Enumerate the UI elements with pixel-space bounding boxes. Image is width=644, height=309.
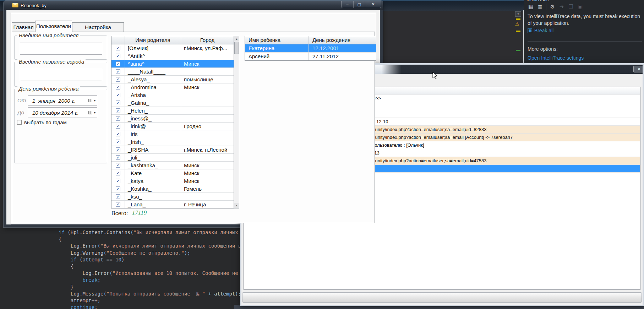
minimize-button[interactable]: – bbox=[342, 1, 353, 8]
warning-triangle-icon: ⚠ bbox=[515, 21, 519, 27]
parent-name-cell: _Arisha_ bbox=[125, 91, 181, 99]
row-checkbox[interactable]: ✔ bbox=[116, 101, 120, 105]
user-row[interactable]: ✔^AntIk^ bbox=[111, 52, 234, 60]
row-checkbox[interactable]: ✔ bbox=[116, 140, 120, 144]
user-row[interactable]: ✔_irink@_Гродно bbox=[111, 123, 234, 130]
user-row[interactable]: ✔_iris_ bbox=[111, 130, 234, 138]
user-row[interactable]: ✔____NatalI____ bbox=[111, 68, 234, 76]
gear-icon[interactable]: ⚙ bbox=[548, 4, 557, 10]
city-input[interactable] bbox=[20, 69, 102, 81]
column-header-parent-name[interactable]: Имя родителя bbox=[125, 36, 181, 44]
maximize-button[interactable]: ▢ bbox=[353, 1, 365, 8]
rebenok-titlebar[interactable]: Rebenok_by – ▢ ✕ bbox=[4, 1, 383, 10]
open-intellitrace-settings-link[interactable]: Open IntelliTrace settings bbox=[528, 55, 584, 61]
user-row[interactable]: ✔_iness@_ bbox=[111, 115, 234, 123]
row-checkbox-cell: ✔ bbox=[111, 185, 125, 193]
row-checkbox[interactable]: ✔ bbox=[116, 147, 120, 152]
tab-polzovateli[interactable]: Пользователи bbox=[35, 21, 72, 32]
collapse-indicator-icon[interactable]: ▾ bbox=[515, 11, 521, 17]
city-cell bbox=[181, 91, 234, 99]
user-row[interactable]: ✔_KateМинск bbox=[111, 169, 234, 177]
user-row[interactable]: ✔_Koshka_Гомель bbox=[111, 185, 234, 193]
column-header-city[interactable]: Город bbox=[181, 36, 234, 44]
user-row[interactable]: ✔_Lana_г. Речица bbox=[111, 201, 234, 208]
close-button[interactable]: ✕ bbox=[365, 1, 381, 8]
row-checkbox-cell: ✔ bbox=[111, 193, 125, 200]
users-table-scrollbar[interactable]: ▲ ▼ bbox=[234, 36, 239, 208]
row-checkbox[interactable]: ✔ bbox=[116, 93, 120, 97]
row-checkbox[interactable]: ✔ bbox=[116, 186, 120, 191]
calls-list-icon[interactable]: ≣ bbox=[535, 4, 545, 10]
parent-name-cell: _juli_ bbox=[125, 154, 181, 161]
row-checkbox[interactable]: ✔ bbox=[116, 202, 120, 207]
users-tab-page: Введите имя родителя Введите название го… bbox=[12, 32, 375, 223]
code-line: if (Hpl.Content.Contains("Вы исчерпали л… bbox=[59, 229, 240, 236]
tab-glavnaya[interactable]: Главная bbox=[12, 22, 35, 32]
child-row[interactable]: Арсений27.11.2012 bbox=[245, 53, 376, 61]
row-checkbox[interactable]: ✔ bbox=[116, 61, 120, 66]
mail-close-button[interactable]: ✕ bbox=[633, 66, 643, 72]
row-checkbox[interactable]: ✔ bbox=[116, 132, 120, 136]
row-checkbox[interactable]: ✔ bbox=[116, 116, 120, 121]
row-checkbox[interactable]: ✔ bbox=[116, 194, 120, 199]
parent-name-input[interactable] bbox=[20, 43, 102, 55]
column-header-child-name[interactable]: Имя ребенка bbox=[245, 36, 309, 44]
birthday-cell: 27.11.2012 bbox=[309, 53, 376, 60]
break-all-link[interactable]: Break all bbox=[528, 28, 553, 33]
row-checkbox-cell: ✔ bbox=[111, 130, 125, 138]
user-row[interactable]: ✔_Helen_ bbox=[111, 107, 234, 115]
scroll-up-button[interactable]: ▲ bbox=[234, 36, 239, 42]
row-checkbox[interactable]: ✔ bbox=[116, 171, 120, 175]
user-row[interactable]: ✔_ksu_ bbox=[111, 193, 234, 201]
caption-buttons: – ▢ ✕ bbox=[341, 1, 381, 8]
child-row[interactable]: Екатерина12.12.2001 bbox=[245, 44, 376, 53]
user-row[interactable]: ✔_Galina_ bbox=[111, 99, 234, 107]
code-line: { bbox=[59, 263, 240, 270]
user-row[interactable]: ✔_Andromina_Минск bbox=[111, 83, 234, 91]
date-to-picker[interactable]: 10 декабря 2014 г. ▼ bbox=[28, 107, 97, 118]
parent-name-cell: _iness@_ bbox=[125, 115, 181, 122]
row-checkbox[interactable]: ✔ bbox=[116, 163, 120, 168]
city-cell: г. Речица bbox=[181, 201, 234, 208]
scrollbar-thumb[interactable] bbox=[234, 42, 239, 54]
tab-nastroyka-rassylki[interactable]: Настройка рассылки bbox=[72, 22, 124, 32]
user-row[interactable]: ✔[Ольчик]г.Минск, ул.Раф... bbox=[111, 44, 234, 52]
user-row[interactable]: ✔_Irish_ bbox=[111, 138, 234, 146]
user-row[interactable]: ✔_IRISHAг.Минск, п.Лесной bbox=[111, 146, 234, 154]
editor-scrollbar-annotations[interactable]: ▾ ⚠ bbox=[514, 11, 523, 64]
parent-name-cell: ____NatalI____ bbox=[125, 68, 181, 75]
by-years-checkbox[interactable] bbox=[17, 120, 22, 125]
row-checkbox[interactable]: ✔ bbox=[116, 85, 120, 90]
events-table-icon[interactable]: ▦ bbox=[526, 4, 535, 10]
row-checkbox[interactable]: ✔ bbox=[116, 69, 120, 74]
row-checkbox[interactable]: ✔ bbox=[116, 124, 120, 129]
user-row[interactable]: ✔_Arisha_ bbox=[111, 91, 234, 99]
code-editor[interactable]: if (Hpl.Content.Contains("Вы исчерпали л… bbox=[0, 227, 240, 309]
user-row[interactable]: ✔^tiana^Минск bbox=[111, 60, 234, 68]
calendar-dropdown-icon[interactable]: ▼ bbox=[88, 111, 97, 114]
row-checkbox-cell: ✔ bbox=[111, 138, 125, 146]
row-checkbox[interactable]: ✔ bbox=[116, 108, 120, 113]
separator-line bbox=[528, 41, 642, 42]
row-checkbox[interactable]: ✔ bbox=[116, 179, 120, 183]
scroll-down-button[interactable]: ▼ bbox=[234, 203, 239, 208]
row-checkbox-cell: ✔ bbox=[111, 52, 125, 60]
user-row[interactable]: ✔_katyaМинск bbox=[111, 177, 234, 185]
row-checkbox[interactable]: ✔ bbox=[116, 77, 120, 82]
row-checkbox[interactable]: ✔ bbox=[116, 155, 120, 160]
user-row[interactable]: ✔_juli_ bbox=[111, 154, 234, 162]
code-line: Log.Error("Использованы все 10 попыток. … bbox=[59, 270, 240, 277]
rebenok-content-panel: Главная Пользователи Настройка рассылки … bbox=[11, 13, 376, 224]
row-checkbox[interactable]: ✔ bbox=[116, 54, 120, 58]
row-checkbox[interactable]: ✔ bbox=[116, 46, 120, 50]
column-header-birthday[interactable]: День рождения bbox=[309, 36, 376, 44]
column-header-check[interactable] bbox=[111, 36, 125, 44]
city-cell bbox=[181, 52, 234, 60]
intellitrace-panel: IntelliTrace ▦≣⚙➔❐▣ To view IntelliTrace… bbox=[524, 0, 644, 64]
user-row[interactable]: ✔_kashtanka_Минск bbox=[111, 162, 234, 169]
mouse-cursor bbox=[432, 72, 440, 80]
date-from-picker[interactable]: 1 января 2000 г. ▼ bbox=[28, 95, 97, 106]
calendar-dropdown-icon[interactable]: ▼ bbox=[88, 99, 97, 102]
user-row[interactable]: ✔_Alesya_помыслище bbox=[111, 76, 234, 83]
changed-line-mark bbox=[516, 31, 520, 32]
